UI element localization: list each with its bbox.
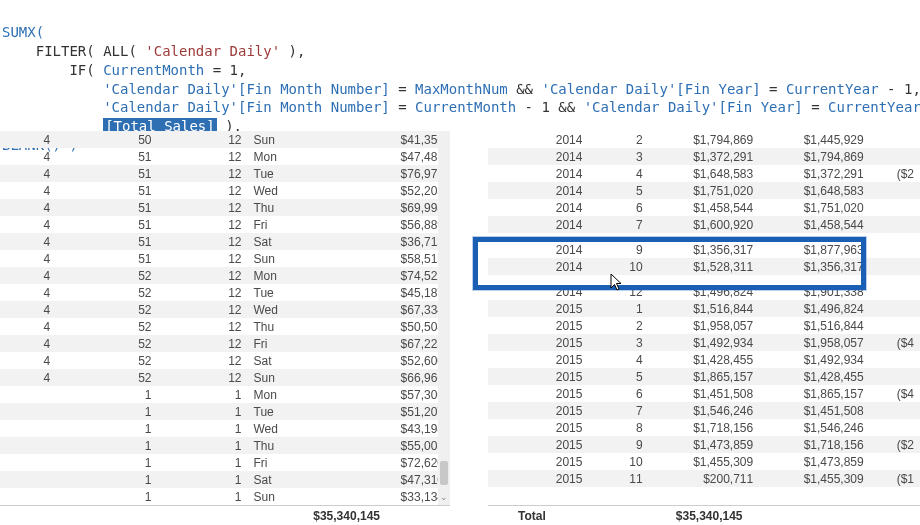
table-row[interactable]: 20156$1,451,508$1,865,157($4 — [488, 385, 920, 402]
table-cell: 52 — [56, 369, 157, 386]
table-row[interactable]: 45112Fri$56,889 — [0, 216, 450, 233]
table-cell: 2015 — [488, 385, 588, 402]
table-cell: 4 — [0, 267, 56, 284]
table-cell — [870, 258, 920, 275]
table-cell — [0, 488, 56, 505]
table-row[interactable]: 45012Sun$41,356 — [0, 131, 450, 148]
table-cell: $1,877,963 — [759, 241, 870, 258]
table-row[interactable]: 45212Sun$66,966 — [0, 369, 450, 386]
table-cell: 4 — [0, 165, 56, 182]
table-row[interactable]: 45212Tue$45,187 — [0, 284, 450, 301]
dax-token: - — [879, 81, 904, 97]
table-cell: Mon — [248, 267, 316, 284]
table-row[interactable]: 11Fri$72,620 — [0, 454, 450, 471]
table-cell: $1,496,824 — [759, 300, 870, 317]
table-cell: $43,198 — [315, 420, 450, 437]
dax-token: 'Calendar Daily'[Fin Month Number] — [103, 99, 390, 115]
table-row[interactable]: 11Tue$51,207 — [0, 403, 450, 420]
table-row[interactable]: 45212Fri$67,225 — [0, 335, 450, 352]
table-cell: 1 — [158, 386, 248, 403]
table-row[interactable]: 201510$1,455,309$1,473,859 — [488, 453, 920, 470]
table-row — [488, 233, 920, 241]
table-row[interactable]: 20158$1,718,156$1,546,246 — [488, 419, 920, 436]
dax-token: = — [390, 81, 415, 97]
table-row[interactable]: 45112Sat$36,713 — [0, 233, 450, 250]
dax-token: FILTER( ALL( — [2, 43, 145, 59]
table-cell — [870, 216, 920, 233]
table-row[interactable]: 11Sun$33,134 — [0, 488, 450, 505]
table-cell: ($2 — [870, 436, 920, 453]
right-table[interactable]: 20142$1,794,869$1,445,92920143$1,372,291… — [488, 131, 920, 487]
table-row[interactable]: 20157$1,546,246$1,451,508 — [488, 402, 920, 419]
table-row[interactable]: 20152$1,958,057$1,516,844 — [488, 317, 920, 334]
table-row[interactable]: 45212Thu$50,508 — [0, 318, 450, 335]
table-row[interactable]: 20144$1,648,583$1,372,291($2 — [488, 165, 920, 182]
table-row[interactable]: 11Mon$57,306 — [0, 386, 450, 403]
table-row[interactable]: 45112Wed$52,205 — [0, 182, 450, 199]
table-row[interactable]: 45212Sat$52,600 — [0, 352, 450, 369]
table-cell: 4 — [0, 284, 56, 301]
table-cell: $51,207 — [315, 403, 450, 420]
table-row[interactable]: 201410$1,528,311$1,356,317 — [488, 258, 920, 275]
table-cell: 2015 — [488, 368, 588, 385]
table-row[interactable]: 45112Thu$69,998 — [0, 199, 450, 216]
table-cell: 1 — [56, 488, 157, 505]
table-row[interactable]: 45212Mon$74,522 — [0, 267, 450, 284]
table-cell: Mon — [248, 386, 316, 403]
right-table-visual[interactable]: 20142$1,794,869$1,445,92920143$1,372,291… — [488, 131, 920, 525]
dax-token: 'Calendar Daily'[Fin Year] — [541, 81, 760, 97]
table-cell: $1,600,920 — [649, 216, 760, 233]
table-cell: $1,458,544 — [649, 199, 760, 216]
scroll-thumb[interactable] — [440, 461, 448, 485]
table-row[interactable]: 45112Sun$58,515 — [0, 250, 450, 267]
left-table-visual[interactable]: 45012Sun$41,35645112Mon$47,48145112Tue$7… — [0, 131, 450, 525]
left-table[interactable]: 45012Sun$41,35645112Mon$47,48145112Tue$7… — [0, 131, 450, 505]
table-cell — [870, 148, 920, 165]
table-cell: $50,508 — [315, 318, 450, 335]
table-row[interactable]: 201412$1,496,824$1,901,338 — [488, 283, 920, 300]
table-cell: $1,451,508 — [649, 385, 760, 402]
table-cell: Thu — [248, 199, 316, 216]
table-cell: $67,334 — [315, 301, 450, 318]
table-cell: $41,356 — [315, 131, 450, 148]
table-cell: $67,225 — [315, 335, 450, 352]
table-row[interactable]: 20151$1,516,844$1,496,824 — [488, 300, 920, 317]
dax-token: CurrentYear — [828, 99, 920, 115]
table-row[interactable]: 20159$1,473,859$1,718,156($2 — [488, 436, 920, 453]
table-cell: Sun — [248, 131, 316, 148]
table-row[interactable]: 20143$1,372,291$1,794,869 — [488, 148, 920, 165]
table-cell: 12 — [158, 216, 248, 233]
table-row[interactable]: 11Wed$43,198 — [0, 420, 450, 437]
table-row[interactable]: 20147$1,600,920$1,458,544 — [488, 216, 920, 233]
table-row[interactable]: 20154$1,428,455$1,492,934 — [488, 351, 920, 368]
table-cell: 1 — [158, 488, 248, 505]
table-row[interactable]: 201511$200,711$1,455,309($1 — [488, 470, 920, 487]
table-cell: 2015 — [488, 470, 588, 487]
table-row[interactable]: 20153$1,492,934$1,958,057($4 — [488, 334, 920, 351]
table-cell: $52,600 — [315, 352, 450, 369]
table-row[interactable]: 20145$1,751,020$1,648,583 — [488, 182, 920, 199]
table-row[interactable]: 45212Wed$67,334 — [0, 301, 450, 318]
table-row[interactable]: 45112Mon$47,481 — [0, 148, 450, 165]
table-row[interactable]: 20149$1,356,317$1,877,963 — [488, 241, 920, 258]
chevron-down-icon[interactable]: ⌄ — [438, 491, 450, 503]
table-cell: $1,865,157 — [649, 368, 760, 385]
table-cell: 12 — [158, 352, 248, 369]
table-cell: $1,751,020 — [649, 182, 760, 199]
table-cell: 6 — [588, 385, 648, 402]
table-cell: 2014 — [488, 165, 588, 182]
table-row[interactable]: 11Thu$55,005 — [0, 437, 450, 454]
dax-token: = — [390, 99, 415, 115]
left-total-value: $35,340,145 — [313, 509, 450, 523]
table-cell: 1 — [158, 471, 248, 488]
table-cell: ($4 — [870, 334, 920, 351]
table-cell: 11 — [588, 470, 648, 487]
table-row[interactable]: 20142$1,794,869$1,445,929 — [488, 131, 920, 148]
table-row[interactable]: 45112Tue$76,971 — [0, 165, 450, 182]
table-row[interactable]: 20155$1,865,157$1,428,455 — [488, 368, 920, 385]
dax-token: 1 — [230, 62, 238, 78]
table-row[interactable]: 20146$1,458,544$1,751,020 — [488, 199, 920, 216]
left-scrollbar[interactable] — [438, 131, 450, 505]
table-row[interactable]: 11Sat$47,310 — [0, 471, 450, 488]
dax-token: 1 — [541, 99, 549, 115]
